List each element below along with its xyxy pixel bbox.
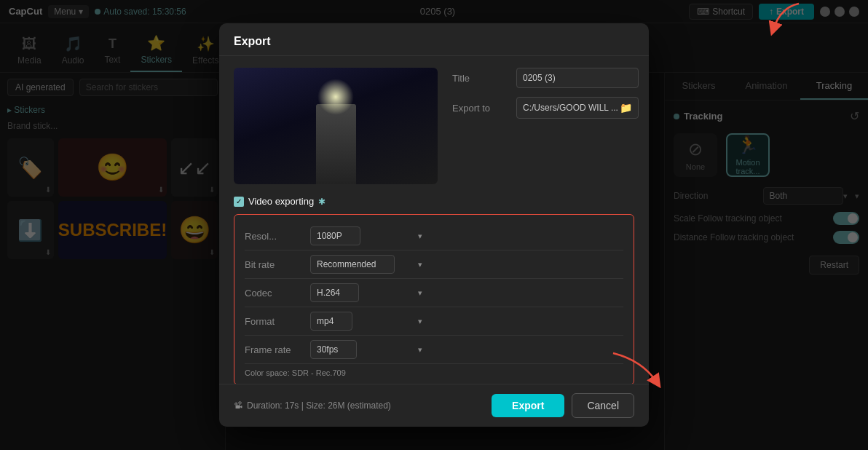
duration-text: Duration: 17s | Size: 26M (estimated) — [247, 400, 391, 411]
export-overlay: Export Title — [0, 0, 868, 450]
film-icon: 📽 — [234, 400, 242, 411]
format-select-wrapper: mp4 mov — [310, 312, 427, 331]
video-export-checkbox[interactable]: ✓ — [234, 197, 244, 207]
framerate-row: Frame rate 30fps 24fps 60fps — [245, 336, 623, 364]
framerate-select-wrapper: 30fps 24fps 60fps — [310, 340, 427, 359]
footer-buttons: Export Cancel — [492, 393, 634, 418]
resolution-select[interactable]: 1080P 720P 4K — [310, 226, 360, 245]
bitrate-row: Bit rate Recommended Low High — [245, 250, 623, 279]
video-export-asterisk: ✱ — [318, 197, 326, 207]
framerate-select[interactable]: 30fps 24fps 60fps — [310, 340, 357, 359]
video-export-section: ✓ Video exporting ✱ Resol... 1080P 720P … — [219, 196, 649, 384]
dialog-title: Export — [234, 35, 271, 47]
title-label: Title — [452, 73, 510, 84]
bitrate-select[interactable]: Recommended Low High — [310, 255, 395, 274]
dialog-header: Export — [219, 23, 649, 56]
resolution-row: Resol... 1080P 720P 4K — [245, 222, 623, 250]
export-path-field[interactable]: C:/Users/GOOD WILL ... 📁 — [516, 97, 639, 119]
duration-info: 📽 Duration: 17s | Size: 26M (estimated) — [234, 400, 391, 411]
export-to-label: Export to — [452, 103, 510, 114]
bitrate-label: Bit rate — [245, 259, 310, 270]
codec-label: Codec — [245, 288, 310, 299]
video-export-header: ✓ Video exporting ✱ — [234, 196, 634, 207]
color-space-text: Color space: SDR - Rec.709 — [245, 364, 623, 377]
title-input[interactable] — [516, 68, 639, 88]
codec-row: Codec H.264 H.265 — [245, 279, 623, 307]
dialog-form-area: Title Export to C:/Users/GOOD WILL ... 📁 — [219, 56, 649, 196]
export-dialog: Export Title — [219, 23, 649, 427]
video-export-label: Video exporting — [248, 196, 314, 207]
video-settings-box: Resol... 1080P 720P 4K Bit rate — [234, 214, 634, 384]
resolution-select-wrapper: 1080P 720P 4K — [310, 226, 427, 245]
export-button[interactable]: Export — [492, 394, 564, 417]
red-arrow-annotation — [759, 0, 802, 46]
folder-icon[interactable]: 📁 — [620, 102, 632, 114]
export-path-text: C:/Users/GOOD WILL ... — [523, 103, 618, 113]
export-form-fields: Title Export to C:/Users/GOOD WILL ... 📁 — [452, 68, 639, 184]
codec-select-wrapper: H.264 H.265 — [310, 283, 427, 302]
format-label: Format — [245, 316, 310, 327]
dialog-scrollable-body: Title Export to C:/Users/GOOD WILL ... 📁 — [219, 56, 649, 384]
cancel-button[interactable]: Cancel — [572, 393, 634, 418]
video-background — [234, 68, 438, 184]
codec-select[interactable]: H.264 H.265 — [310, 283, 359, 302]
resolution-label: Resol... — [245, 231, 310, 242]
export-to-row: Export to C:/Users/GOOD WILL ... 📁 — [452, 97, 639, 119]
bitrate-select-wrapper: Recommended Low High — [310, 255, 427, 274]
dialog-footer: 📽 Duration: 17s | Size: 26M (estimated) … — [219, 384, 649, 427]
video-preview — [234, 68, 438, 184]
format-select[interactable]: mp4 mov — [310, 312, 352, 331]
framerate-label: Frame rate — [245, 344, 310, 355]
title-row: Title — [452, 68, 639, 88]
format-row: Format mp4 mov — [245, 307, 623, 336]
